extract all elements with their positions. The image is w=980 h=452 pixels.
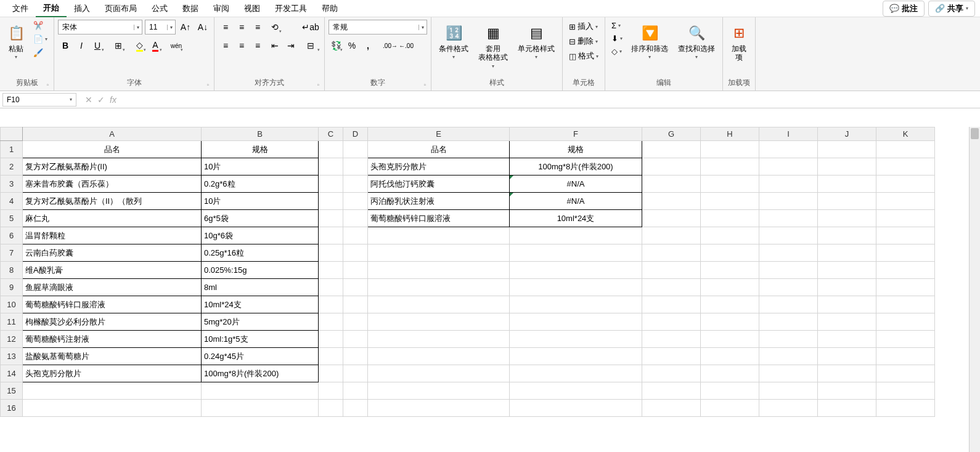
cell-B16[interactable] [202,400,319,417]
cell-B11[interactable]: 5mg*20片 [202,313,319,331]
cell-E4[interactable]: 丙泊酚乳状注射液 [368,193,510,210]
cell-E11[interactable] [368,313,510,331]
cell-G12[interactable] [642,331,701,348]
increase-indent-button[interactable]: ⇥ [284,38,298,53]
cell-A12[interactable]: 葡萄糖酸钙注射液 [23,331,202,348]
cell-A3[interactable]: 塞来昔布胶囊（西乐葆） [23,176,202,193]
cell-E15[interactable] [368,382,510,400]
row-header-8[interactable]: 8 [1,262,23,279]
cell-G14[interactable] [642,365,701,382]
cell-C3[interactable] [319,176,343,193]
cell-J14[interactable] [818,365,876,382]
menu-developer[interactable]: 开发工具 [267,1,314,17]
col-header-B[interactable]: B [202,127,319,141]
cell-I1[interactable] [759,141,818,158]
cell-J4[interactable] [818,193,876,210]
spreadsheet-grid[interactable]: ABCDEFGHIJK1品名规格品名规格2复方对乙酰氨基酚片(II)10片头孢克… [0,127,935,417]
cell-C8[interactable] [319,262,343,279]
merge-center-button[interactable]: ⊟▾ [301,38,321,53]
row-header-4[interactable]: 4 [1,193,23,210]
col-header-G[interactable]: G [642,127,701,141]
cell-K14[interactable] [876,365,935,382]
cell-F9[interactable] [510,279,642,296]
row-header-5[interactable]: 5 [1,210,23,227]
sort-filter-button[interactable]: 🔽 排序和筛选▾ [627,20,672,62]
cell-H13[interactable] [701,348,759,365]
cell-G15[interactable] [642,382,701,400]
cell-B7[interactable]: 0.25g*16粒 [202,244,319,262]
cell-H5[interactable] [701,210,759,227]
cell-C12[interactable] [319,331,343,348]
cell-K8[interactable] [876,262,935,279]
alignment-launcher[interactable]: ▫ [317,81,319,88]
cell-E6[interactable] [368,227,510,244]
cell-I9[interactable] [759,279,818,296]
cell-C9[interactable] [319,279,343,296]
cell-D2[interactable] [343,158,368,176]
row-header-15[interactable]: 15 [1,382,23,400]
vertical-scrollbar[interactable] [969,127,980,452]
cell-D4[interactable] [343,193,368,210]
menu-review[interactable]: 审阅 [206,1,237,17]
cell-J3[interactable] [818,176,876,193]
find-select-button[interactable]: 🔍 查找和选择▾ [674,20,719,62]
cell-C7[interactable] [319,244,343,262]
row-header-13[interactable]: 13 [1,348,23,365]
cell-B9[interactable]: 8ml [202,279,319,296]
cell-C6[interactable] [319,227,343,244]
cell-G5[interactable] [642,210,701,227]
cell-I3[interactable] [759,176,818,193]
cell-D6[interactable] [343,227,368,244]
fill-button[interactable]: ⬇▾ [609,33,625,44]
cell-E13[interactable] [368,348,510,365]
menu-help[interactable]: 帮助 [314,1,345,17]
increase-decimal-button[interactable]: .00→ [383,38,398,53]
cell-A16[interactable] [23,400,202,417]
cell-A6[interactable]: 温胃舒颗粒 [23,227,202,244]
decrease-decimal-button[interactable]: ←.00 [399,38,414,53]
phonetic-button[interactable]: wén▾ [169,38,184,53]
row-header-16[interactable]: 16 [1,400,23,417]
cell-A8[interactable]: 维A酸乳膏 [23,262,202,279]
cell-I14[interactable] [759,365,818,382]
row-header-12[interactable]: 12 [1,331,23,348]
cell-K1[interactable] [876,141,935,158]
cell-F6[interactable] [510,227,642,244]
cell-D9[interactable] [343,279,368,296]
menu-file[interactable]: 文件 [5,1,36,17]
cell-I15[interactable] [759,382,818,400]
cell-B6[interactable]: 10g*6袋 [202,227,319,244]
cell-G1[interactable] [642,141,701,158]
menu-home[interactable]: 开始 [36,0,67,17]
cell-I8[interactable] [759,262,818,279]
cell-K5[interactable] [876,210,935,227]
menu-formulas[interactable]: 公式 [144,1,175,17]
cell-H3[interactable] [701,176,759,193]
orientation-button[interactable]: ⟲▾ [267,20,282,34]
cell-E9[interactable] [368,279,510,296]
addins-button[interactable]: ⊞ 加载 项 [727,20,751,65]
cell-K6[interactable] [876,227,935,244]
cell-F5[interactable]: 10ml*24支 [510,210,642,227]
cell-J8[interactable] [818,262,876,279]
cell-E2[interactable]: 头孢克肟分散片 [368,158,510,176]
cell-J13[interactable] [818,348,876,365]
cell-E3[interactable]: 阿托伐他汀钙胶囊 [368,176,510,193]
cell-G7[interactable] [642,244,701,262]
cell-C16[interactable] [319,400,343,417]
cell-C1[interactable] [319,141,343,158]
cut-button[interactable]: ✂️ [31,20,50,31]
cell-E12[interactable] [368,331,510,348]
cell-H7[interactable] [701,244,759,262]
cell-D15[interactable] [343,382,368,400]
cell-A1[interactable]: 品名 [23,141,202,158]
cell-H9[interactable] [701,279,759,296]
cell-I6[interactable] [759,227,818,244]
cell-C13[interactable] [319,348,343,365]
cell-A13[interactable]: 盐酸氨基葡萄糖片 [23,348,202,365]
col-header-I[interactable]: I [759,127,818,141]
cell-J12[interactable] [818,331,876,348]
cell-B4[interactable]: 10片 [202,193,319,210]
align-left-button[interactable]: ≡ [218,38,233,53]
cell-C4[interactable] [319,193,343,210]
